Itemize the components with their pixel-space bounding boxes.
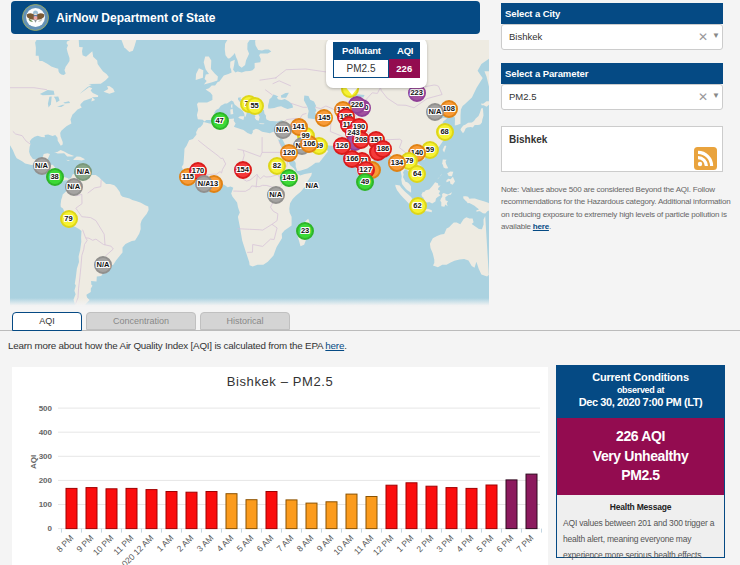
svg-text:5 PM: 5 PM — [474, 533, 495, 554]
svg-text:6 PM: 6 PM — [494, 533, 515, 554]
svg-text:4 AM: 4 AM — [215, 533, 236, 554]
svg-text:Bishkek – PM2.5: Bishkek – PM2.5 — [227, 374, 334, 389]
svg-text:200: 200 — [39, 476, 53, 485]
svg-text:2 PM: 2 PM — [414, 533, 435, 554]
svg-text:11 AM: 11 AM — [352, 533, 376, 557]
svg-text:8 PM: 8 PM — [54, 533, 75, 554]
svg-text:400: 400 — [39, 428, 53, 437]
svg-text:100: 100 — [39, 500, 53, 509]
svg-text:12 PM: 12 PM — [371, 533, 395, 557]
svg-text:3 PM: 3 PM — [434, 533, 455, 554]
svg-text:5 AM: 5 AM — [235, 533, 256, 554]
svg-text:AQI: AQI — [29, 455, 38, 469]
svg-text:10 PM: 10 PM — [91, 533, 115, 557]
svg-text:7 PM: 7 PM — [514, 533, 535, 554]
svg-text:1 PM: 1 PM — [394, 533, 415, 554]
svg-text:10 AM: 10 AM — [331, 533, 355, 557]
svg-text:500: 500 — [39, 404, 53, 413]
svg-text:1 AM: 1 AM — [155, 533, 176, 554]
svg-text:4 PM: 4 PM — [454, 533, 475, 554]
svg-text:2 AM: 2 AM — [175, 533, 196, 554]
svg-text:0: 0 — [48, 524, 53, 533]
svg-text:6 AM: 6 AM — [255, 533, 276, 554]
svg-text:8 AM: 8 AM — [295, 533, 316, 554]
svg-text:3 AM: 3 AM — [195, 533, 216, 554]
svg-text:7 AM: 7 AM — [275, 533, 296, 554]
svg-text:300: 300 — [39, 452, 53, 461]
